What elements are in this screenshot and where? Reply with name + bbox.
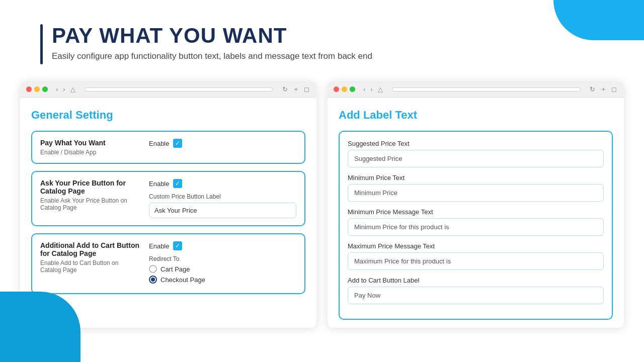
right-panel-content: Add Label Text Suggested Price Text Mini… bbox=[328, 98, 624, 328]
left-browser-dots bbox=[26, 86, 48, 92]
left-panel-content: General Setting Pay What You Want Enable… bbox=[20, 98, 316, 309]
section-label-pwyw: Pay What You Want Enable / Disable App bbox=[40, 139, 141, 156]
field-suggested-price-text: Suggested Price Text bbox=[348, 140, 604, 167]
setting-section-ask-price: Ask Your Price Button for Catalog Page E… bbox=[31, 171, 305, 226]
label-maximum-price-message: Maximum Price Message Text bbox=[348, 242, 604, 250]
sublabel-ask-price: Custom Price Button Label bbox=[149, 193, 296, 200]
section-heading-pwyw: Pay What You Want bbox=[40, 139, 141, 147]
left-browser-window: ‹ › △ ↻ + ◻ General Setting Pay What You… bbox=[20, 81, 316, 328]
enable-row-add-cart: Enable ✓ bbox=[149, 241, 296, 250]
input-minimum-price-text[interactable] bbox=[348, 184, 604, 202]
radio-cart-page: Cart Page bbox=[149, 265, 296, 273]
radio-cart-page-label: Cart Page bbox=[160, 265, 190, 273]
label-add-to-cart-button: Add to Cart Button Label bbox=[348, 277, 604, 284]
enable-checkbox-add-cart[interactable]: ✓ bbox=[173, 241, 182, 250]
field-minimum-price-text: Minimum Price Text bbox=[348, 174, 604, 202]
nav-plus[interactable]: + bbox=[293, 85, 299, 93]
enable-row-pwyw: Enable ✓ bbox=[149, 139, 296, 148]
page-subtitle: Easily configure app functionality butto… bbox=[52, 51, 372, 61]
right-panel-title: Add Label Text bbox=[339, 109, 613, 122]
radio-checkout-page: Checkout Page bbox=[149, 276, 296, 284]
section-label-add-cart: Additional Add to Cart Button for Catalo… bbox=[40, 241, 141, 274]
enable-row-ask-price: Enable ✓ bbox=[149, 179, 296, 188]
section-controls-ask-price: Enable ✓ Custom Price Button Label bbox=[149, 179, 296, 218]
right-dot-red[interactable] bbox=[334, 86, 339, 92]
right-nav-plus[interactable]: + bbox=[600, 85, 606, 93]
input-add-to-cart-label[interactable] bbox=[348, 287, 604, 304]
dot-yellow[interactable] bbox=[34, 86, 40, 92]
redirect-label: Redirect To bbox=[149, 255, 296, 262]
label-form-container: Suggested Price Text Minimum Price Text … bbox=[339, 131, 613, 320]
setting-section-add-to-cart: Additional Add to Cart Button for Catalo… bbox=[31, 233, 305, 294]
header-accent-bar bbox=[40, 24, 43, 64]
section-controls-add-cart: Enable ✓ Redirect To Cart Page Checkout … bbox=[149, 241, 296, 286]
right-url-bar[interactable] bbox=[392, 87, 581, 92]
right-nav-back[interactable]: ‹ bbox=[362, 85, 366, 93]
right-browser-bar: ‹ › △ ↻ + ◻ bbox=[328, 81, 624, 98]
right-browser-dots bbox=[334, 86, 355, 92]
header-text-block: PAY WHAT YOU WANT Easily configure app f… bbox=[52, 24, 372, 61]
panels-container: ‹ › △ ↻ + ◻ General Setting Pay What You… bbox=[0, 81, 644, 328]
label-minimum-price-text: Minimum Price Text bbox=[348, 174, 604, 182]
nav-forward[interactable]: › bbox=[62, 85, 66, 93]
field-maximum-price-message: Maximum Price Message Text bbox=[348, 242, 604, 270]
label-minimum-price-message: Minimum Price Message Text bbox=[348, 208, 604, 216]
left-panel-title: General Setting bbox=[31, 109, 305, 122]
radio-checkout-page-btn[interactable] bbox=[149, 276, 157, 284]
page-title: PAY WHAT YOU WANT bbox=[52, 24, 372, 47]
right-dot-yellow[interactable] bbox=[342, 86, 347, 92]
right-nav-share[interactable]: ◻ bbox=[610, 85, 618, 93]
nav-share[interactable]: ◻ bbox=[303, 85, 310, 93]
nav-back[interactable]: ‹ bbox=[55, 85, 59, 93]
radio-checkout-page-label: Checkout Page bbox=[160, 276, 205, 284]
ask-price-input[interactable] bbox=[149, 203, 296, 218]
field-add-to-cart-label: Add to Cart Button Label bbox=[348, 277, 604, 304]
section-desc-pwyw: Enable / Disable App bbox=[40, 149, 141, 156]
enable-checkbox-pwyw[interactable]: ✓ bbox=[173, 139, 182, 148]
right-browser-window: ‹ › △ ↻ + ◻ Add Label Text Suggested Pri… bbox=[328, 81, 624, 328]
right-dot-green[interactable] bbox=[350, 86, 355, 92]
radio-cart-page-btn[interactable] bbox=[149, 265, 157, 273]
enable-label-pwyw: Enable bbox=[149, 140, 169, 147]
right-nav-reload[interactable]: ↻ bbox=[589, 85, 596, 93]
left-url-bar[interactable] bbox=[85, 87, 274, 92]
section-desc-ask-price: Enable Ask Your Price Button on Catalog … bbox=[40, 197, 141, 211]
left-browser-bar: ‹ › △ ↻ + ◻ bbox=[20, 81, 316, 98]
dot-red[interactable] bbox=[26, 86, 32, 92]
enable-label-ask-price: Enable bbox=[149, 180, 169, 188]
left-browser-nav: ‹ › △ bbox=[55, 85, 76, 93]
section-controls-pwyw: Enable ✓ bbox=[149, 139, 296, 153]
right-nav-home[interactable]: △ bbox=[377, 85, 384, 93]
section-desc-add-cart: Enable Add to Cart Button on Catalog Pag… bbox=[40, 259, 141, 274]
enable-label-add-cart: Enable bbox=[149, 242, 169, 250]
field-minimum-price-message: Minimum Price Message Text bbox=[348, 208, 604, 236]
dot-green[interactable] bbox=[42, 86, 48, 92]
section-heading-add-cart: Additional Add to Cart Button for Catalo… bbox=[40, 241, 141, 257]
right-nav-forward[interactable]: › bbox=[369, 85, 373, 93]
nav-reload[interactable]: ↻ bbox=[281, 85, 289, 93]
label-suggested-price-text: Suggested Price Text bbox=[348, 140, 604, 147]
right-browser-nav: ‹ › △ bbox=[362, 85, 384, 93]
input-maximum-price-message[interactable] bbox=[348, 252, 604, 270]
setting-section-pay-what-you-want: Pay What You Want Enable / Disable App E… bbox=[31, 131, 305, 164]
input-suggested-price-text[interactable] bbox=[348, 150, 604, 167]
nav-home[interactable]: △ bbox=[69, 85, 76, 93]
enable-checkbox-ask-price[interactable]: ✓ bbox=[173, 179, 182, 188]
section-label-ask-price: Ask Your Price Button for Catalog Page E… bbox=[40, 179, 141, 211]
input-minimum-price-message[interactable] bbox=[348, 218, 604, 236]
section-heading-ask-price: Ask Your Price Button for Catalog Page bbox=[40, 179, 141, 195]
radio-checkout-inner bbox=[151, 278, 155, 282]
page-header: PAY WHAT YOU WANT Easily configure app f… bbox=[0, 0, 644, 76]
